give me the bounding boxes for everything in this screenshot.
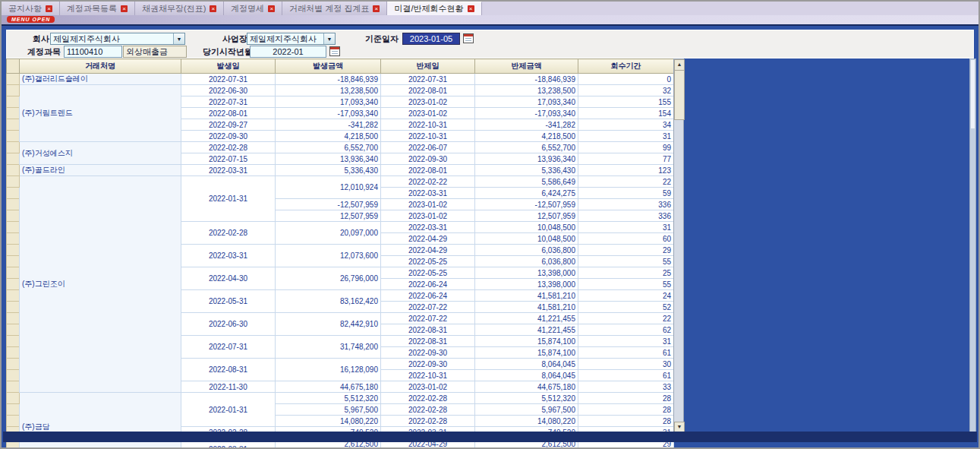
row-selector[interactable]: [7, 404, 20, 416]
settle-date-cell[interactable]: 2022-03-31: [381, 222, 475, 233]
period-cell[interactable]: 99: [578, 142, 674, 153]
settle-amount-cell[interactable]: 17,093,340: [475, 96, 578, 108]
occur-date-cell[interactable]: 2022-06-30: [181, 85, 276, 96]
settle-amount-cell[interactable]: 14,080,220: [475, 416, 578, 427]
period-cell[interactable]: 61: [578, 370, 674, 381]
table-row[interactable]: (주)갤러리드슬레이2022-07-31-18,846,9392022-07-3…: [7, 74, 674, 85]
settle-date-cell[interactable]: 2023-01-02: [381, 96, 475, 108]
row-selector[interactable]: [7, 96, 20, 108]
customer-cell[interactable]: (주)거림트렌드: [20, 85, 181, 142]
col-header-period[interactable]: 회수기간: [578, 59, 674, 74]
period-cell[interactable]: 62: [578, 324, 674, 336]
occur-amount-cell[interactable]: 17,093,340: [276, 96, 381, 108]
row-selector[interactable]: [7, 153, 20, 165]
settle-date-cell[interactable]: 2023-01-02: [381, 210, 475, 222]
calendar-icon[interactable]: [463, 33, 474, 43]
occur-date-cell[interactable]: 2022-01-31: [181, 393, 276, 427]
occur-date-cell[interactable]: 2022-03-31: [181, 165, 276, 176]
settle-amount-cell[interactable]: 4,218,500: [475, 131, 578, 142]
occur-amount-cell[interactable]: 14,080,220: [276, 416, 381, 427]
settle-date-cell[interactable]: 2022-09-30: [381, 153, 475, 165]
table-row[interactable]: (주)금담2022-01-315,512,3202022-02-285,512,…: [7, 393, 674, 404]
occur-amount-cell[interactable]: 44,675,180: [276, 381, 381, 393]
table-row[interactable]: (주)거림트렌드2022-06-3013,238,5002022-08-0113…: [7, 85, 674, 96]
occur-amount-cell[interactable]: 83,162,420: [276, 290, 381, 313]
occur-amount-cell[interactable]: -18,846,939: [276, 74, 381, 85]
settle-amount-cell[interactable]: 13,936,340: [475, 153, 578, 165]
period-cell[interactable]: 59: [578, 188, 674, 199]
base-date-input[interactable]: 2023-01-05: [402, 33, 460, 45]
col-header-settle-date[interactable]: 반제일: [381, 59, 475, 74]
occur-date-cell[interactable]: 2022-05-31: [181, 290, 276, 313]
settle-amount-cell[interactable]: 5,586,649: [475, 176, 578, 188]
period-cell[interactable]: 29: [578, 245, 674, 256]
occur-date-cell[interactable]: 2022-01-31: [181, 176, 276, 222]
period-cell[interactable]: 336: [578, 199, 674, 210]
tab-4[interactable]: 거래처별 계정 집계표×: [282, 2, 387, 15]
period-cell[interactable]: 31: [578, 336, 674, 347]
occur-amount-cell[interactable]: -17,093,340: [276, 108, 381, 119]
settle-amount-cell[interactable]: 6,036,800: [475, 245, 578, 256]
settle-date-cell[interactable]: 2022-06-24: [381, 290, 475, 302]
occur-date-cell[interactable]: 2022-06-30: [181, 313, 276, 336]
settle-date-cell[interactable]: 2022-05-25: [381, 256, 475, 267]
period-cell[interactable]: 24: [578, 290, 674, 302]
occur-date-cell[interactable]: 2022-11-30: [181, 381, 276, 393]
row-selector[interactable]: [7, 108, 20, 119]
settle-amount-cell[interactable]: 41,221,455: [475, 313, 578, 324]
period-cell[interactable]: 31: [578, 222, 674, 233]
settle-amount-cell[interactable]: 5,512,320: [475, 393, 578, 404]
settle-amount-cell[interactable]: 6,036,800: [475, 256, 578, 267]
period-cell[interactable]: 77: [578, 153, 674, 165]
close-icon[interactable]: ×: [46, 5, 52, 12]
settle-amount-cell[interactable]: -12,507,959: [475, 199, 578, 210]
row-selector[interactable]: [7, 210, 20, 222]
settle-date-cell[interactable]: 2022-02-22: [381, 176, 475, 188]
settle-date-cell[interactable]: 2023-01-02: [381, 381, 475, 393]
tab-1[interactable]: 계정과목등록×: [60, 2, 135, 15]
scroll-up-icon[interactable]: ▲: [674, 59, 685, 71]
occur-date-cell[interactable]: 2022-03-31: [181, 245, 276, 267]
settle-amount-cell[interactable]: 15,874,100: [475, 347, 578, 359]
start-month-input[interactable]: 2022-01: [250, 46, 326, 58]
settle-amount-cell[interactable]: -17,093,340: [475, 108, 578, 119]
occur-date-cell[interactable]: 2022-07-15: [181, 153, 276, 165]
period-cell[interactable]: 22: [578, 313, 674, 324]
occur-amount-cell[interactable]: 16,128,090: [276, 359, 381, 381]
row-selector[interactable]: [7, 290, 20, 302]
tab-2[interactable]: 채권채무장(전표)×: [135, 2, 224, 15]
close-icon[interactable]: ×: [121, 5, 128, 12]
close-icon[interactable]: ×: [373, 5, 380, 12]
col-header-customer[interactable]: 거래처명: [20, 59, 181, 74]
col-header-occur-date[interactable]: 발생일: [181, 59, 276, 74]
row-selector[interactable]: [7, 279, 20, 290]
close-icon[interactable]: ×: [468, 5, 474, 12]
tab-0[interactable]: 공지사항×: [2, 2, 60, 15]
settle-date-cell[interactable]: 2022-08-01: [381, 165, 475, 176]
row-selector[interactable]: [7, 85, 20, 96]
scroll-thumb[interactable]: [971, 60, 975, 128]
period-cell[interactable]: 30: [578, 359, 674, 370]
row-selector[interactable]: [7, 74, 20, 85]
settle-date-cell[interactable]: 2022-10-31: [381, 370, 475, 381]
row-selector[interactable]: [7, 393, 20, 404]
period-cell[interactable]: 55: [578, 256, 674, 267]
customer-cell[interactable]: (주)갤러리드슬레이: [20, 74, 181, 85]
row-selector[interactable]: [7, 336, 20, 347]
customer-cell[interactable]: (주)거성에스지: [20, 142, 181, 165]
period-cell[interactable]: 55: [578, 279, 674, 290]
period-cell[interactable]: 22: [578, 176, 674, 188]
grid-vertical-scrollbar[interactable]: ▲ ▼: [673, 58, 684, 434]
table-row[interactable]: (주)그린조이2022-01-3112,010,9242022-02-225,5…: [7, 176, 674, 188]
occur-date-cell[interactable]: 2022-09-27: [181, 119, 276, 131]
row-selector[interactable]: [7, 188, 20, 199]
row-selector[interactable]: [7, 313, 20, 324]
settle-date-cell[interactable]: 2022-02-28: [381, 416, 475, 427]
settle-amount-cell[interactable]: 13,398,000: [475, 279, 578, 290]
period-cell[interactable]: 28: [578, 404, 674, 416]
row-selector[interactable]: [7, 131, 20, 142]
period-cell[interactable]: 123: [578, 165, 674, 176]
occur-date-cell[interactable]: 2022-07-31: [181, 74, 276, 85]
settle-date-cell[interactable]: 2022-06-07: [381, 142, 475, 153]
row-selector[interactable]: [7, 359, 20, 370]
